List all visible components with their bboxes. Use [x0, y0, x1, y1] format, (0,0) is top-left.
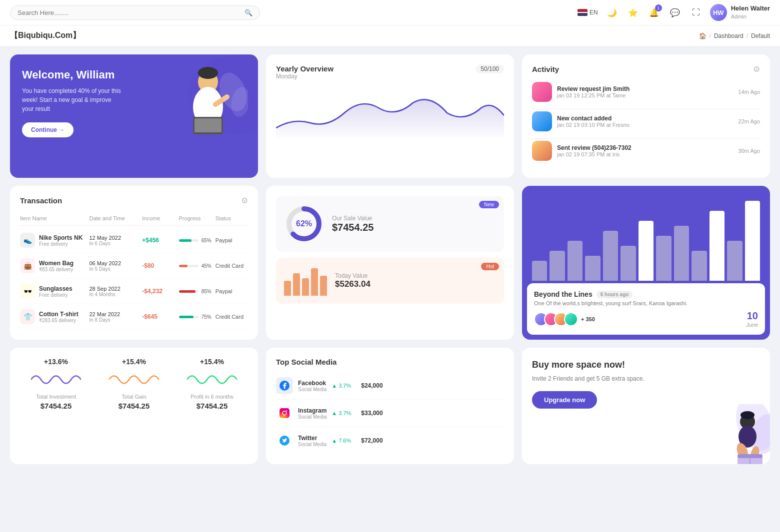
continue-button[interactable]: Continue →: [22, 122, 74, 137]
facebook-icon: [276, 377, 293, 394]
upgrade-button[interactable]: Upgrade now: [532, 391, 597, 409]
status-3: Credit Card: [216, 314, 248, 320]
beyond-time: 6 hours ago: [596, 291, 633, 298]
brand-logo: 【Biqubiqu.Com】: [10, 30, 80, 41]
table-row-3: 👕 Cotton T-shirt ₹283.65 delivery 22 Mar…: [20, 304, 248, 330]
stat-value-0: $7454.25: [40, 402, 72, 410]
social-media-card: Top Social Media Facebook Social Media ▲…: [266, 348, 514, 464]
main-bar-11: [727, 241, 742, 281]
growth-arrow-0: ▲: [332, 383, 337, 389]
facebook-sub: Social Media: [298, 387, 326, 392]
progress-bar-1: [179, 265, 198, 267]
fullscreen-icon[interactable]: ⛶: [689, 5, 703, 19]
activity-card: Activity ⚙ Review request jim Smith jan …: [522, 54, 770, 178]
messages-icon[interactable]: 💬: [668, 5, 682, 19]
twitter-info: Twitter Social Media: [298, 435, 326, 447]
main-bar-8: [674, 226, 689, 281]
income-1: -$80: [142, 262, 174, 269]
progress-pct-0: 65%: [202, 238, 212, 243]
progress-1: 45%: [179, 263, 212, 269]
user-profile[interactable]: HW Helen Walter Admin: [710, 4, 770, 21]
beyond-card: Beyond the Lines 6 hours ago One Of the …: [527, 283, 765, 335]
stat-label-1: Total Gain: [122, 394, 146, 400]
item-icon-2: 🕶️: [20, 284, 35, 299]
progress-0: 65%: [179, 238, 212, 243]
item-delivery-1: ₹83.65 delivery: [39, 267, 74, 272]
breadcrumb-dashboard[interactable]: Dashboard: [714, 32, 744, 39]
activity-thumb-2: [532, 141, 552, 161]
instagram-info: Instagram Social Media: [298, 407, 326, 420]
search-box[interactable]: 🔍: [10, 5, 260, 20]
upgrade-illustration: [710, 404, 770, 464]
welcome-description: You have completed 40% of your this week…: [22, 86, 122, 113]
col-status: Status: [216, 215, 248, 221]
facebook-value: $24,000: [361, 382, 382, 389]
divider-1: [532, 109, 760, 109]
growth-pct-2: 7.6%: [338, 438, 351, 444]
stat-pct-0: +13.6%: [44, 358, 68, 366]
facebook-info: Facebook Social Media: [298, 380, 326, 392]
activity-info-1: New contact added jan 02 19 03:10 PM at …: [557, 115, 734, 128]
progress-bar-2: [179, 290, 198, 293]
user-info: Helen Walter Admin: [731, 4, 770, 20]
avatar-group: [534, 312, 574, 326]
date-1: 06 May 2022: [89, 260, 138, 266]
breadcrumb-default: Default: [751, 32, 770, 39]
stat-pct-1: +15.4%: [122, 358, 146, 366]
new-badge: New: [479, 201, 499, 208]
welcome-card: Welcome, William You have completed 40% …: [10, 54, 258, 178]
bar-1: [293, 273, 300, 296]
table-row-1: 👜 Women Bag ₹83.65 delivery 06 May 2022 …: [20, 253, 248, 279]
col-progress: Progress: [179, 215, 212, 221]
item-info-1: 👜 Women Bag ₹83.65 delivery: [20, 258, 85, 273]
upgrade-description: Invite 2 Friends and get 5 GB extra spac…: [532, 374, 658, 383]
activity-time-0: 14m Ago: [738, 89, 760, 95]
activity-item-title-1: New contact added: [557, 115, 734, 122]
item-icon-0: 👟: [20, 233, 35, 248]
item-delivery-0: Free delivery: [39, 241, 82, 247]
activity-time-1: 22m Ago: [738, 118, 760, 124]
svg-rect-11: [280, 408, 290, 418]
stat-wave-2: [187, 370, 237, 390]
yearly-title: Yearly Overview: [276, 64, 334, 73]
activity-title: Activity: [532, 65, 559, 73]
main-bar-3: [585, 256, 600, 281]
theme-toggle[interactable]: 🌙: [605, 5, 619, 19]
sale-donut: 62%: [284, 204, 324, 244]
today-title: Today Value: [335, 272, 370, 279]
search-input[interactable]: [18, 9, 244, 16]
beyond-title-wrap: Beyond the Lines 6 hours ago: [534, 290, 758, 298]
main-bar-4: [603, 231, 618, 281]
main-content: Welcome, William You have completed 40% …: [0, 46, 780, 472]
activity-item-sub-0: jan 03 19 12:25 PM at Tame: [557, 92, 734, 98]
sale-hot-item: Hot Today Value $5263.04: [276, 258, 504, 304]
sales-card: New 62% Our Sale Value $7454.25 Hot: [266, 186, 514, 340]
beyond-footer: + 350 10 June: [534, 310, 758, 328]
twitter-icon: [276, 432, 293, 449]
stat-value-2: $7454.25: [196, 402, 228, 410]
bookmark-icon[interactable]: ⭐: [626, 5, 640, 19]
main-bar-6: [638, 221, 654, 281]
home-icon[interactable]: 🏠: [699, 32, 706, 39]
user-role: Admin: [731, 13, 770, 20]
notifications-icon[interactable]: 🔔 1: [647, 5, 661, 19]
sale-value: $7454.25: [332, 222, 374, 233]
hot-badge: Hot: [481, 263, 499, 270]
beyond-date-month: June: [746, 322, 758, 328]
today-info: Today Value $5263.04: [335, 272, 370, 289]
status-0: Paypal: [216, 237, 248, 243]
language-selector[interactable]: EN: [578, 9, 598, 16]
activity-settings-icon[interactable]: ⚙: [753, 64, 760, 74]
facebook-name: Facebook: [298, 380, 326, 387]
notification-badge: 1: [655, 4, 662, 11]
item-icon-1: 👜: [20, 258, 35, 273]
beyond-description: One Of the world,s brightest, young surf…: [534, 300, 758, 306]
growth-pct-1: 3.7%: [338, 410, 351, 416]
flag-icon: [578, 9, 588, 16]
progress-bar-3: [179, 316, 198, 318]
stat-wave-0: [31, 370, 81, 390]
social-row-instagram: Instagram Social Media ▲ 3.7% $33,000: [276, 400, 504, 427]
yearly-subtitle: Monday: [276, 73, 334, 80]
beyond-date-num: 10: [746, 310, 758, 322]
transaction-settings-icon[interactable]: ⚙: [241, 196, 248, 205]
